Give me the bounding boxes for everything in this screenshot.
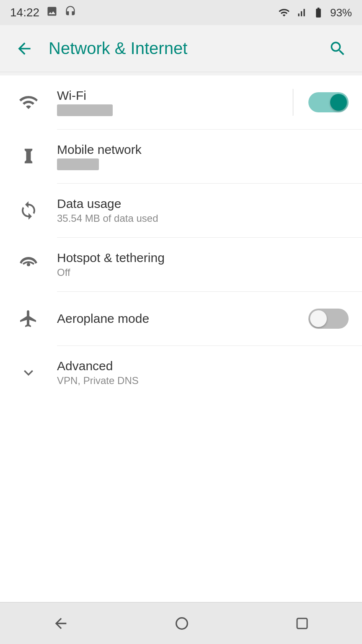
svg-point-1	[176, 618, 188, 629]
svg-rect-2	[297, 618, 307, 628]
hotspot-title: Hotspot & tethering	[57, 251, 349, 265]
search-button[interactable]	[323, 34, 352, 63]
aeroplane-content: Aeroplane mode	[57, 312, 308, 326]
nav-bar	[0, 602, 362, 644]
chevron-down-icon	[13, 358, 44, 388]
wifi-status-icon	[277, 7, 291, 18]
nav-back-button[interactable]	[36, 607, 86, 640]
mobile-network-title: Mobile network	[57, 143, 349, 157]
advanced-title: Advanced	[57, 359, 349, 373]
wifi-setting[interactable]: Wi-Fi	[0, 75, 362, 129]
settings-list: Wi-Fi Mobile network	[0, 75, 362, 602]
aeroplane-setting[interactable]: Aeroplane mode	[0, 292, 362, 345]
status-time: 14:22	[10, 6, 39, 19]
mobile-network-content: Mobile network	[57, 143, 349, 170]
wifi-toggle[interactable]	[308, 92, 349, 112]
advanced-setting[interactable]: Advanced VPN, Private DNS	[0, 346, 362, 400]
headset-icon	[65, 5, 76, 20]
data-usage-icon	[13, 195, 44, 226]
mobile-network-icon	[13, 141, 44, 171]
advanced-subtitle: VPN, Private DNS	[57, 375, 349, 387]
wifi-title: Wi-Fi	[57, 88, 293, 103]
battery-icon	[312, 7, 325, 18]
wifi-icon	[13, 87, 44, 117]
aeroplane-toggle-thumb	[310, 310, 327, 327]
wifi-divider	[293, 89, 293, 116]
hotspot-subtitle: Off	[57, 267, 349, 278]
wifi-content: Wi-Fi	[57, 88, 293, 116]
mobile-network-subtitle	[57, 158, 99, 170]
status-left: 14:22	[10, 5, 76, 20]
nav-home-button[interactable]	[157, 607, 207, 640]
status-right: 93%	[277, 6, 352, 19]
data-usage-subtitle: 35.54 MB of data used	[57, 213, 349, 224]
mobile-network-setting[interactable]: Mobile network	[0, 130, 362, 183]
app-bar: Network & Internet	[0, 25, 362, 72]
aeroplane-toggle[interactable]	[308, 309, 349, 329]
photo-icon	[46, 5, 58, 20]
wifi-action	[293, 89, 349, 116]
aeroplane-action	[308, 309, 349, 329]
hotspot-icon	[13, 249, 44, 280]
back-button[interactable]	[10, 34, 39, 63]
battery-percent: 93%	[330, 6, 352, 19]
status-bar: 14:22 93%	[0, 0, 362, 25]
hotspot-content: Hotspot & tethering Off	[57, 251, 349, 278]
data-usage-content: Data usage 35.54 MB of data used	[57, 197, 349, 224]
svg-point-0	[27, 263, 30, 266]
wifi-toggle-thumb	[330, 94, 347, 111]
aeroplane-title: Aeroplane mode	[57, 312, 308, 326]
advanced-content: Advanced VPN, Private DNS	[57, 359, 349, 387]
wifi-subtitle	[57, 104, 113, 116]
signal-bars-icon	[296, 7, 307, 18]
hotspot-setting[interactable]: Hotspot & tethering Off	[0, 238, 362, 291]
data-usage-title: Data usage	[57, 197, 349, 211]
airplane-icon	[13, 304, 44, 334]
nav-recent-button[interactable]	[278, 608, 326, 639]
page-title: Network & Internet	[49, 39, 323, 58]
data-usage-setting[interactable]: Data usage 35.54 MB of data used	[0, 184, 362, 237]
